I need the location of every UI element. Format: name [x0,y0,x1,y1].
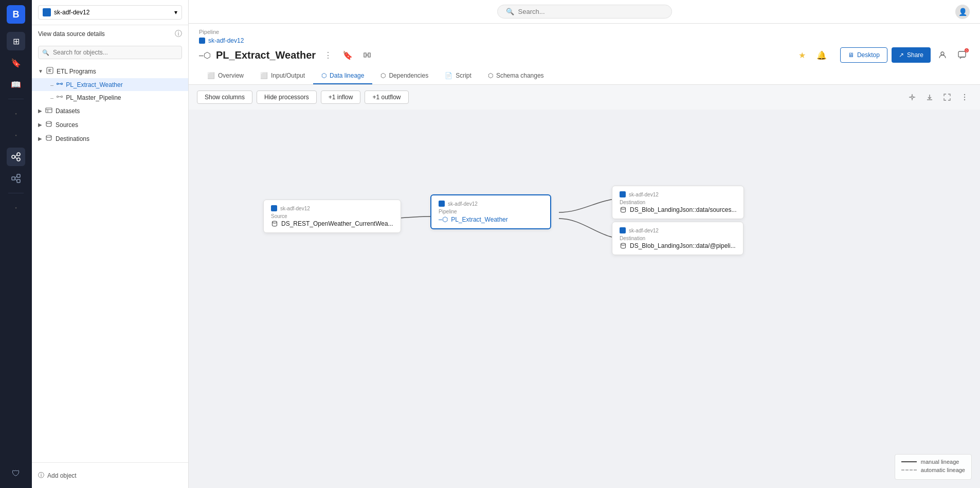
pipeline-node-body: Pipeline [439,209,543,215]
svg-point-0 [12,155,15,158]
view-details-info-icon[interactable]: ⓘ [175,29,182,39]
source-node[interactable]: sk-adf-dev12 Source DS_REST_OpenWeather_… [263,200,401,233]
topbar-user-avatar[interactable]: 👤 [955,5,970,19]
svg-rect-6 [17,174,20,177]
tab-data-lineage[interactable]: ⬡ Data lineage [313,68,372,84]
pipeline-star-button[interactable]: ★ [795,48,809,62]
tree-group-sources-header[interactable]: ▶ Sources [32,118,188,132]
nav-divider-2 [8,193,24,193]
tree-arrow-etl: ▼ [38,68,43,74]
tree-item-pl-master-pipeline[interactable]: – PL_Master_Pipeline [32,91,188,104]
hide-processors-button[interactable]: Hide processors [257,91,317,104]
svg-rect-7 [17,179,20,183]
tab-input-output[interactable]: ⬜ Input/Output [252,68,313,84]
toolbar-fullscreen-icon[interactable] [940,90,954,104]
tab-schema-changes[interactable]: ⬡ Schema changes [480,68,552,84]
svg-point-31 [964,97,965,98]
user-icon: 👤 [958,8,967,16]
pipeline-title: PL_Extract_Weather [216,49,316,61]
dest1-node-type: Destination [620,200,736,205]
right-panel-comments-button[interactable]: 0 [954,47,970,63]
main-content: 🔍 👤 Pipeline sk-adf-dev12 –⬡ [189,0,980,488]
nav-item-lineage[interactable] [7,148,25,166]
svg-point-23 [46,121,51,123]
tree-group-etl-header[interactable]: ▼ ETL Programs [32,64,188,78]
tab-schema-label: Schema changes [496,72,544,79]
pipeline-tabs: ⬜ Overview ⬜ Input/Output ⬡ Data lineage [199,68,970,84]
pipeline-brand-label: sk-adf-dev12 [448,201,478,207]
toolbar: Show columns Hide processors +1 inflow +… [189,85,980,110]
nav-item-book[interactable]: 📖 [7,75,25,94]
nav-logo[interactable]: B [7,5,25,24]
share-icon: ↗ [899,51,904,59]
source-node-header: sk-adf-dev12 [271,205,393,211]
svg-line-4 [15,157,17,159]
tree-group-sources: ▶ Sources [32,118,188,132]
pipeline-node[interactable]: sk-adf-dev12 Pipeline –⬡ PL_Extract_Weat… [430,194,551,229]
dest2-node-header: sk-adf-dev12 [620,227,736,233]
toolbar-more-icon[interactable] [957,90,972,104]
svg-point-35 [621,243,626,245]
nav-item-dot3: ● [7,198,25,217]
workspace-selector[interactable]: sk-adf-dev12 ▾ [38,5,182,20]
tab-script[interactable]: 📄 Script [437,68,480,84]
sources-group-label: Sources [56,121,78,129]
sources-group-icon [45,120,52,129]
tree-group-destinations-header[interactable]: ▶ Destinations [32,132,188,146]
sidebar-search-container [32,43,188,62]
nav-item-shield[interactable]: 🛡 [7,464,25,483]
outflow-button[interactable]: +1 outflow [365,91,408,104]
datasets-group-icon [45,106,52,115]
toolbar-icons [905,90,972,104]
dest1-node-header: sk-adf-dev12 [620,191,736,197]
content-area: Pipeline sk-adf-dev12 –⬡ PL_Extract_Weat… [189,24,980,488]
svg-point-30 [964,94,965,95]
nav-item-bookmark[interactable]: 🔖 [7,53,25,72]
svg-point-19 [61,96,63,98]
pipeline-brand-icon [439,201,445,207]
pipeline-node-icon-glyph: –⬡ [439,215,448,223]
desktop-button[interactable]: 🖥 Desktop [840,47,887,63]
pipeline-schema-button[interactable] [360,48,374,62]
nav-item-dot2: ● [7,126,25,144]
tree-item-dot-master: – [50,95,53,101]
tree-item-pl-extract-weather[interactable]: – PL_Extract_Weather [32,78,188,91]
destination-node-2[interactable]: sk-adf-dev12 Destination DS_Blob_Landing… [612,222,743,255]
right-panel-users-button[interactable] [935,47,950,63]
canvas[interactable]: sk-adf-dev12 Source DS_REST_OpenWeather_… [189,110,980,488]
desktop-icon: 🖥 [848,51,854,59]
inflow-button[interactable]: +1 inflow [321,91,361,104]
etl-group-icon [46,67,53,76]
sidebar-tree: ▼ ETL Programs – PL_Extract_Weather – PL… [32,62,188,462]
tab-deps-label: Dependencies [389,72,428,79]
add-object-button[interactable]: ⓘ Add object [38,469,182,482]
sidebar-search-input[interactable] [38,46,182,59]
tab-dependencies[interactable]: ⬡ Dependencies [372,68,437,84]
tree-group-datasets-header[interactable]: ▶ Datasets [32,104,188,118]
show-columns-button[interactable]: Show columns [197,91,252,104]
destination-node-1[interactable]: sk-adf-dev12 Destination DS_Blob_Landing… [612,186,744,219]
tree-item-label-master: PL_Master_Pipeline [66,94,121,101]
toolbar-download-icon[interactable] [922,90,937,104]
tab-io-label: Input/Output [271,72,305,79]
pipeline-notification-button[interactable]: 🔔 [814,48,829,62]
dest2-brand-label: sk-adf-dev12 [629,228,659,233]
tab-deps-icon: ⬡ [380,72,386,79]
tree-arrow-destinations: ▶ [38,136,42,141]
topbar-search-input[interactable] [518,8,652,15]
pipeline-node-icon: –⬡ [199,50,211,60]
pipeline-breadcrumb: sk-adf-dev12 [199,37,970,44]
nav-item-flow[interactable] [7,169,25,188]
add-object-icon: ⓘ [38,471,44,480]
pipeline-title-row: –⬡ PL_Extract_Weather ⋮ 🔖 ★ 🔔 🖥 [199,47,970,63]
svg-point-17 [57,96,59,98]
nav-item-dot1: ● [7,104,25,123]
dest1-brand-label: sk-adf-dev12 [629,192,659,197]
toolbar-arrange-icon[interactable] [905,90,919,104]
share-button[interactable]: ↗ Share [892,47,931,63]
nav-item-grid[interactable]: ⊞ [7,32,25,50]
tab-overview[interactable]: ⬜ Overview [199,68,252,84]
pipeline-more-button[interactable]: ⋮ [321,48,335,62]
svg-point-28 [911,96,913,98]
pipeline-bookmark-button[interactable]: 🔖 [340,48,355,62]
